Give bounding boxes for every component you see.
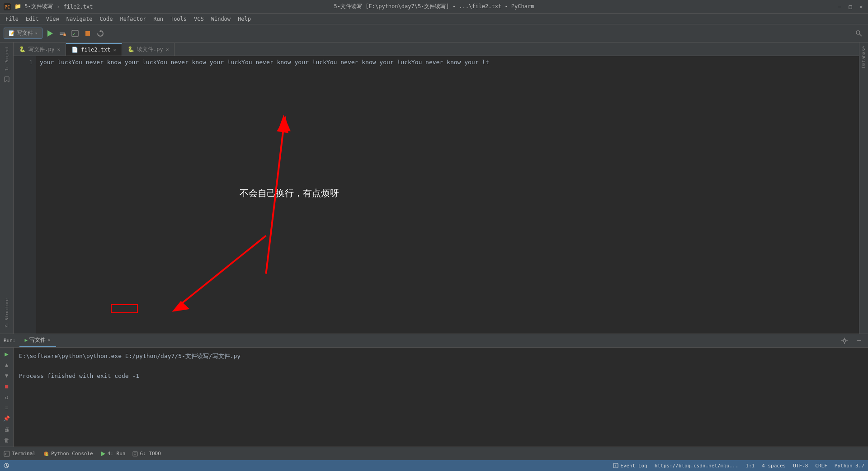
rerun-run-button[interactable]: ↺ bbox=[2, 393, 11, 402]
line-col-status[interactable]: 1:1 bbox=[745, 463, 755, 469]
bottom-toolbar-panel: >_ Terminal 🐍 Python Console 4: Run 6: T… bbox=[0, 447, 868, 460]
menu-vcs[interactable]: VCS bbox=[190, 15, 208, 23]
tab-file2-close[interactable]: ✕ bbox=[113, 47, 116, 53]
tab-file2[interactable]: 📄 file2.txt ✕ bbox=[66, 43, 122, 56]
menu-edit[interactable]: Edit bbox=[22, 15, 42, 23]
toolbar-right bbox=[854, 28, 864, 39]
line-numbers: 1 bbox=[14, 56, 36, 334]
svg-marker-29 bbox=[101, 452, 105, 456]
editor[interactable]: 1 your luckYou never know your luckYou n… bbox=[14, 56, 859, 334]
tab-py-icon: 🐍 bbox=[19, 46, 26, 52]
sidebar-project-icon[interactable]: 1: Project bbox=[2, 45, 11, 72]
bottom-content: ▶ ▲ ▼ ■ ↺ ≡ 📌 🖨 🗑 E:\software\python\pyt… bbox=[0, 348, 868, 447]
menu-run[interactable]: Run bbox=[150, 15, 167, 23]
build-button[interactable]: ⚙ bbox=[57, 28, 68, 39]
tab-bar: 🐍 写文件.py ✕ 📄 file2.txt ✕ 🐍 读文件.py ✕ bbox=[14, 42, 859, 56]
left-sidebar: 1: Project Z: Structure bbox=[0, 42, 14, 334]
title-bar-controls[interactable]: — □ ✕ bbox=[836, 4, 864, 10]
database-label[interactable]: Database bbox=[860, 42, 867, 71]
tab-write-file[interactable]: 🐍 写文件.py ✕ bbox=[14, 43, 66, 56]
menu-tools[interactable]: Tools bbox=[167, 15, 190, 23]
run-command: E:\software\python\python.exe E:/python/… bbox=[19, 351, 863, 361]
menu-navigate[interactable]: Navigate bbox=[63, 15, 96, 23]
indent-status[interactable]: 4 spaces bbox=[762, 463, 786, 469]
menu-help[interactable]: Help bbox=[234, 15, 255, 23]
coverage-button[interactable]: ✓ bbox=[70, 28, 80, 39]
tab-write-label: 写文件.py bbox=[28, 46, 55, 53]
run-play-button[interactable]: ▶ bbox=[2, 349, 11, 358]
run-config-button[interactable]: 📝 写文件 ▾ bbox=[4, 28, 42, 39]
menu-window[interactable]: Window bbox=[208, 15, 234, 23]
bottom-panel-actions bbox=[839, 335, 864, 346]
menu-code[interactable]: Code bbox=[96, 15, 117, 23]
tab-write-close[interactable]: ✕ bbox=[57, 47, 61, 52]
print-button[interactable]: 🖨 bbox=[2, 425, 11, 434]
red-highlight-box bbox=[111, 304, 138, 313]
minimize-panel-icon[interactable] bbox=[854, 335, 864, 346]
close-button[interactable]: ✕ bbox=[858, 4, 864, 10]
title-bar-left: PC 📁 5-文件读写 › file2.txt bbox=[4, 3, 93, 10]
todo-button[interactable]: 6: TODO bbox=[132, 451, 160, 457]
tab-read-file[interactable]: 🐍 读文件.py ✕ bbox=[122, 43, 175, 56]
menu-bar: File Edit View Navigate Code Refactor Ru… bbox=[0, 14, 868, 24]
scroll-up-button[interactable]: ▲ bbox=[2, 360, 11, 369]
bottom-panel: Run: ▶ 写文件 ✕ ▶ ▲ ▼ ■ ↺ ≡ 📌 🖨 🗑 bbox=[0, 334, 868, 447]
sidebar-structure-icon[interactable]: Z: Structure bbox=[2, 295, 11, 331]
settings-icon[interactable] bbox=[839, 335, 850, 346]
svg-rect-9 bbox=[85, 31, 90, 36]
editor-container: 🐍 写文件.py ✕ 📄 file2.txt ✕ 🐍 读文件.py ✕ 1 yo… bbox=[14, 42, 859, 334]
vcs-status[interactable] bbox=[4, 463, 9, 468]
bottom-left-tools: ▶ ▲ ▼ ■ ↺ ≡ 📌 🖨 🗑 bbox=[0, 348, 14, 447]
stop-button[interactable] bbox=[82, 28, 93, 39]
minimize-button[interactable]: — bbox=[836, 4, 843, 10]
window-title: 5-文件读写 [E:\python\day7\5-文件读写] - ...\fil… bbox=[334, 3, 534, 10]
run-button-bottom[interactable]: 4: Run bbox=[100, 451, 126, 457]
run-output: E:\software\python\python.exe E:/python/… bbox=[14, 348, 868, 447]
event-log-button[interactable]: ! Event Log bbox=[613, 463, 647, 469]
main-area: 1: Project Z: Structure 🐍 写文件.py ✕ 📄 fil… bbox=[0, 42, 868, 334]
svg-text:PC: PC bbox=[5, 5, 10, 9]
svg-rect-30 bbox=[133, 452, 137, 456]
status-bar: ! Event Log https://blog.csdn.net/mju...… bbox=[0, 460, 868, 471]
tab-read-label: 读文件.py bbox=[137, 46, 163, 53]
terminal-button[interactable]: >_ Terminal bbox=[4, 451, 36, 457]
editor-content[interactable]: your luckYou never know your luckYou nev… bbox=[36, 56, 859, 334]
app-icon: PC bbox=[4, 3, 11, 10]
line-sep-status[interactable]: CRLF bbox=[815, 463, 827, 469]
run-tab-label: 写文件 bbox=[29, 336, 46, 344]
stop-run-button[interactable]: ■ bbox=[2, 382, 11, 391]
line-number-1: 1 bbox=[14, 58, 33, 67]
svg-text:✓: ✓ bbox=[73, 31, 75, 36]
svg-point-19 bbox=[843, 339, 846, 342]
sidebar-bookmark-icon[interactable] bbox=[1, 74, 12, 85]
maximize-button[interactable]: □ bbox=[847, 4, 854, 10]
python-console-button[interactable]: 🐍 Python Console bbox=[43, 451, 93, 457]
menu-view[interactable]: View bbox=[42, 15, 63, 23]
svg-marker-2 bbox=[47, 30, 53, 37]
file-type-status[interactable]: Python 3.7 bbox=[835, 463, 864, 469]
svg-text:🐍: 🐍 bbox=[45, 452, 49, 456]
scroll-down-button[interactable]: ▼ bbox=[2, 371, 11, 380]
run-button[interactable] bbox=[44, 28, 55, 39]
svg-rect-4 bbox=[60, 34, 63, 35]
status-bar-left bbox=[4, 463, 9, 468]
tab-file2-label: file2.txt bbox=[81, 47, 110, 53]
encoding-status[interactable]: UTF-8 bbox=[793, 463, 808, 469]
git-link[interactable]: https://blog.csdn.net/mju... bbox=[655, 463, 738, 469]
trash-button[interactable]: 🗑 bbox=[2, 436, 11, 445]
menu-refactor[interactable]: Refactor bbox=[116, 15, 150, 23]
status-bar-right: ! Event Log https://blog.csdn.net/mju...… bbox=[613, 463, 864, 469]
search-everywhere-button[interactable] bbox=[854, 28, 864, 39]
svg-marker-13 bbox=[5, 77, 9, 82]
annotation-text: 不会自己换行，有点烦呀 bbox=[240, 187, 339, 199]
run-tab-close[interactable]: ✕ bbox=[47, 337, 51, 343]
tab-read-close[interactable]: ✕ bbox=[166, 47, 169, 52]
pin-button[interactable]: 📌 bbox=[2, 414, 11, 423]
run-tab[interactable]: ▶ 写文件 ✕ bbox=[19, 334, 56, 347]
title-bar: PC 📁 5-文件读写 › file2.txt 5-文件读写 [E:\pytho… bbox=[0, 0, 868, 14]
editor-line-1: your luckYou never know your luckYou nev… bbox=[40, 58, 855, 67]
rerun-button[interactable] bbox=[95, 28, 106, 39]
menu-file[interactable]: File bbox=[2, 15, 22, 23]
wrap-lines-button[interactable]: ≡ bbox=[2, 403, 11, 412]
svg-text:⚙: ⚙ bbox=[64, 33, 66, 37]
